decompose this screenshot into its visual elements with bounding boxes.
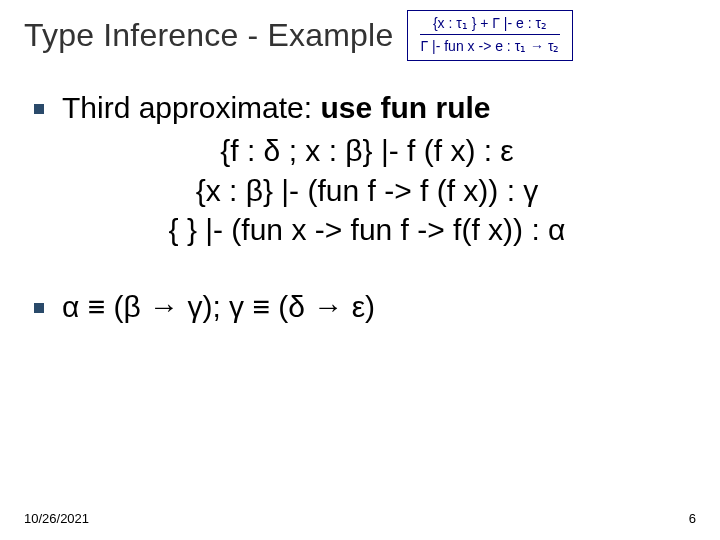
page-title: Type Inference - Example <box>24 17 393 54</box>
footer-page-number: 6 <box>689 511 696 526</box>
rule-conclusion: Γ |- fun x -> e : τ₁ → τ₂ <box>420 38 559 54</box>
bullet1-lead: Third approximate: use fun rule <box>62 91 490 125</box>
derivation: {f : δ ; x : β} |- f (f x) : ε {x : β} |… <box>34 131 700 250</box>
bullet-row-1: Third approximate: use fun rule <box>34 91 700 125</box>
title-row: Type Inference - Example {x : τ₁ } + Γ |… <box>0 0 720 61</box>
bullet-icon <box>34 303 44 313</box>
bullet1-lead-bold: use fun rule <box>320 91 490 124</box>
deriv-line-1: {f : δ ; x : β} |- f (f x) : ε <box>34 131 700 171</box>
bullet-row-2: α ≡ (β → γ); γ ≡ (δ → ε) <box>34 290 700 324</box>
bullet-icon <box>34 104 44 114</box>
footer: 10/26/2021 6 <box>24 511 696 526</box>
footer-date: 10/26/2021 <box>24 511 89 526</box>
deriv-line-3: { } |- (fun x -> fun f -> f(f x)) : α <box>34 210 700 250</box>
bullet1-lead-plain: Third approximate: <box>62 91 320 124</box>
slide: Type Inference - Example {x : τ₁ } + Γ |… <box>0 0 720 540</box>
rule-divider <box>420 34 559 35</box>
constraint-text: α ≡ (β → γ); γ ≡ (δ → ε) <box>62 290 375 324</box>
rule-premise: {x : τ₁ } + Γ |- e : τ₂ <box>420 15 559 31</box>
body-block-1: Third approximate: use fun rule {f : δ ;… <box>0 61 720 250</box>
body-block-2: α ≡ (β → γ); γ ≡ (δ → ε) <box>0 250 720 324</box>
deriv-line-2: {x : β} |- (fun f -> f (f x)) : γ <box>34 171 700 211</box>
inference-rule-box: {x : τ₁ } + Γ |- e : τ₂ Γ |- fun x -> e … <box>407 10 572 61</box>
